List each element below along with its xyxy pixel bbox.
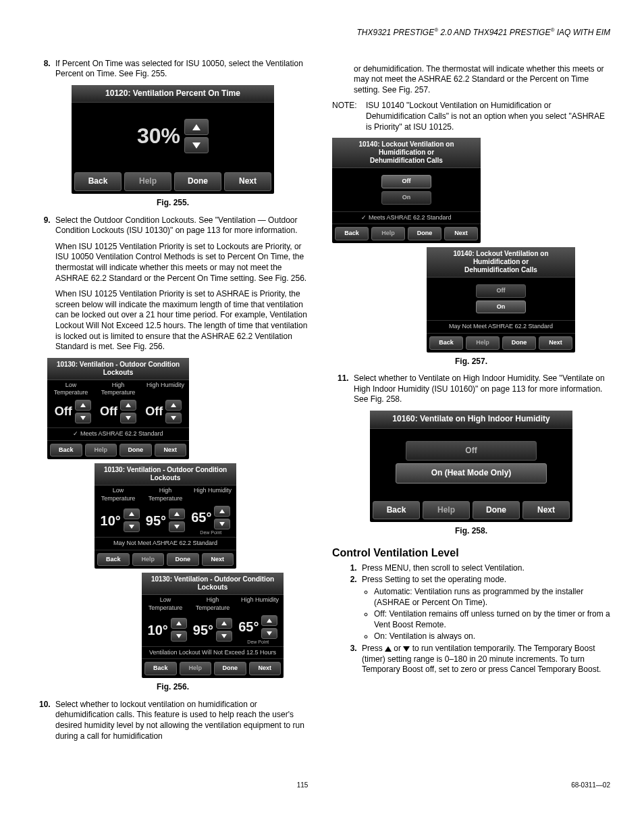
option-on[interactable]: On bbox=[476, 301, 526, 314]
para-9a: When ISU 10125 Ventilation Priority is s… bbox=[55, 242, 312, 284]
next-button[interactable]: Next bbox=[155, 444, 187, 457]
done-button[interactable]: Done bbox=[174, 172, 221, 191]
next-button[interactable]: Next bbox=[249, 662, 281, 675]
down-arrow-button[interactable] bbox=[169, 521, 185, 532]
doc-number: 68-0311—02 bbox=[571, 781, 610, 789]
up-arrow-button[interactable] bbox=[214, 506, 230, 517]
up-arrow-button[interactable] bbox=[124, 509, 140, 519]
option-off[interactable]: Off bbox=[406, 441, 537, 461]
fig257-caption: Fig. 257. bbox=[332, 357, 610, 367]
fig256-screen-b: 10130: Ventilation - Outdoor Condition L… bbox=[95, 463, 236, 569]
help-button[interactable]: Help bbox=[180, 662, 212, 675]
hdr-hum: High Humidity bbox=[189, 486, 236, 504]
down-arrow-button[interactable] bbox=[171, 631, 187, 642]
back-button[interactable]: Back bbox=[429, 336, 463, 350]
fig258-screen: 10160: Ventilate on High Indoor Humidity… bbox=[370, 411, 572, 522]
screen-title: 10130: Ventilation - Outdoor Condition L… bbox=[47, 358, 189, 380]
help-button[interactable]: Help bbox=[132, 553, 165, 567]
back-button[interactable]: Back bbox=[50, 444, 82, 457]
up-arrow-button[interactable] bbox=[120, 400, 136, 411]
val-low: 10° bbox=[101, 512, 121, 529]
next-button[interactable]: Next bbox=[539, 336, 572, 350]
screen-title: 10140: Lockout Ventilation on Humidifica… bbox=[427, 247, 575, 278]
fig256-caption: Fig. 256. bbox=[34, 682, 312, 693]
down-arrow-button[interactable] bbox=[184, 137, 209, 153]
fig256-screen-c: 10130: Ventilation - Outdoor Condition L… bbox=[142, 573, 284, 678]
screen-title: 10120: Ventilation Percent On Time bbox=[72, 85, 274, 103]
screen-title: 10160: Ventilate on High Indoor Humidity bbox=[370, 411, 572, 429]
down-arrow-button[interactable] bbox=[214, 519, 230, 529]
back-button[interactable]: Back bbox=[144, 662, 177, 675]
up-arrow-button[interactable] bbox=[169, 509, 185, 519]
down-arrow-button[interactable] bbox=[75, 413, 91, 423]
next-button[interactable]: Next bbox=[522, 501, 570, 520]
up-arrow-button[interactable] bbox=[261, 615, 277, 626]
back-button[interactable]: Back bbox=[74, 172, 122, 191]
maynot-standard: May Not Meet ASHRAE 62.2 Standard bbox=[95, 537, 236, 550]
screen-title: 10130: Ventilation - Outdoor Condition L… bbox=[142, 573, 284, 595]
help-button[interactable]: Help bbox=[124, 172, 171, 191]
maynot-standard: May Not Meet ASHRAE 62.2 Standard bbox=[427, 320, 575, 334]
section-heading: Control Ventilation Level bbox=[332, 546, 610, 561]
back-button[interactable]: Back bbox=[335, 227, 369, 240]
step-9: Select the Outdoor Condition Lockouts. S… bbox=[53, 215, 312, 236]
val-low: Off bbox=[55, 404, 72, 419]
option-on[interactable]: On bbox=[381, 191, 431, 205]
done-button[interactable]: Done bbox=[408, 227, 441, 240]
down-triangle-icon bbox=[403, 646, 410, 652]
hdr-high: High Temperature bbox=[142, 486, 189, 504]
cv-bullet-on: On: Ventilation is always on. bbox=[374, 631, 610, 642]
hdr-high: High Temperature bbox=[189, 595, 236, 613]
val-low: 10° bbox=[148, 621, 168, 639]
next-button[interactable]: Next bbox=[202, 553, 234, 567]
option-on-heat[interactable]: On (Heat Mode Only) bbox=[396, 463, 547, 484]
done-button[interactable]: Done bbox=[119, 444, 152, 457]
down-arrow-button[interactable] bbox=[165, 413, 182, 423]
hdr-low: Low Temperature bbox=[95, 486, 142, 504]
cv-step-2: Press Setting to set the operating mode.… bbox=[359, 575, 610, 642]
next-button[interactable]: Next bbox=[444, 227, 478, 240]
up-arrow-button[interactable] bbox=[171, 618, 187, 629]
help-button[interactable]: Help bbox=[466, 336, 500, 350]
up-arrow-button[interactable] bbox=[216, 618, 232, 629]
hdr-hum: High Humidity bbox=[142, 380, 189, 398]
help-button[interactable]: Help bbox=[371, 227, 405, 240]
fig256-screen-a: 10130: Ventilation - Outdoor Condition L… bbox=[47, 358, 189, 460]
val-high: 95° bbox=[146, 512, 166, 529]
help-button[interactable]: Help bbox=[423, 501, 470, 520]
done-button[interactable]: Done bbox=[473, 501, 520, 520]
cv-step-3: Press or to run ventilation temporarily.… bbox=[359, 644, 610, 675]
up-arrow-button[interactable] bbox=[165, 400, 182, 411]
fig258-caption: Fig. 258. bbox=[332, 526, 610, 537]
cv-bullet-off: Off: Ventilation remains off unless turn… bbox=[374, 609, 610, 630]
fig257-screen-b: 10140: Lockout Ventilation on Humidifica… bbox=[427, 247, 575, 353]
val-high: Off bbox=[100, 404, 117, 419]
up-arrow-button[interactable] bbox=[75, 400, 91, 411]
down-arrow-button[interactable] bbox=[261, 628, 277, 639]
cv-bullet-auto: Automatic: Ventilation runs as programme… bbox=[374, 587, 610, 608]
back-button[interactable]: Back bbox=[97, 553, 130, 567]
cont-10: or dehumidification. The thermostat will… bbox=[354, 64, 610, 96]
hdr-hum: High Humidity bbox=[236, 595, 284, 613]
step-8: If Percent On Time was selected for ISU … bbox=[53, 59, 312, 80]
up-arrow-button[interactable] bbox=[184, 119, 209, 135]
help-button[interactable]: Help bbox=[85, 444, 117, 457]
done-button[interactable]: Done bbox=[167, 553, 199, 567]
down-arrow-button[interactable] bbox=[124, 521, 140, 532]
option-off[interactable]: Off bbox=[381, 175, 431, 188]
back-button[interactable]: Back bbox=[373, 501, 420, 520]
meets-standard: Meets ASHRAE 62.2 Standard bbox=[332, 211, 481, 225]
val-hum: 65° bbox=[238, 618, 259, 635]
val-hum: Off bbox=[145, 404, 163, 419]
down-arrow-button[interactable] bbox=[216, 631, 232, 642]
done-button[interactable]: Done bbox=[214, 662, 246, 675]
next-button[interactable]: Next bbox=[224, 172, 271, 191]
done-button[interactable]: Done bbox=[502, 336, 536, 350]
step-11: Select whether to Ventilate on High Indo… bbox=[351, 373, 610, 405]
step-10: Select whether to lockout ventilation on… bbox=[53, 700, 312, 741]
down-arrow-button[interactable] bbox=[120, 413, 136, 423]
hdr-low: Low Temperature bbox=[47, 380, 95, 398]
option-off[interactable]: Off bbox=[476, 284, 526, 298]
lockout-msg: Ventilation Lockout Will Not Exceed 12.5… bbox=[142, 646, 284, 660]
cv-step-1: Press MENU, then scroll to select Ventil… bbox=[359, 563, 610, 574]
